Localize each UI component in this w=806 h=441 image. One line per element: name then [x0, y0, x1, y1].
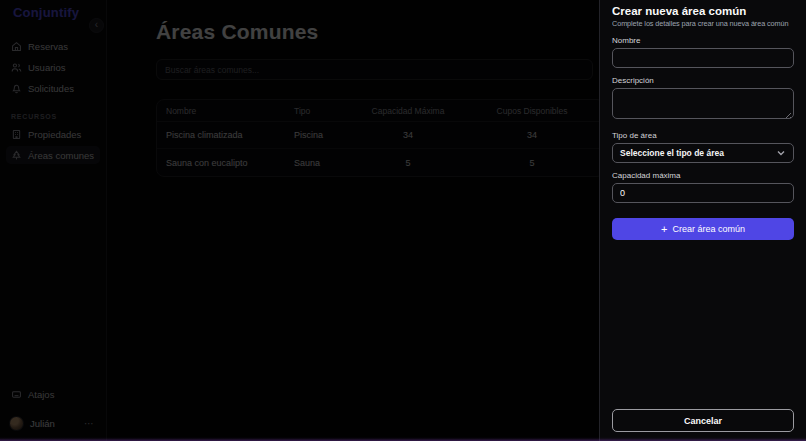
create-area-button[interactable]: + Crear área común	[612, 218, 794, 240]
modal-overlay[interactable]	[0, 0, 599, 441]
drawer-subtitle: Complete los detalles para crear una nue…	[612, 19, 794, 28]
nombre-input[interactable]	[612, 48, 794, 68]
descripcion-label: Descripción	[612, 76, 794, 85]
tipo-label: Tipo de área	[612, 131, 794, 140]
capacidad-input[interactable]	[612, 183, 794, 203]
capacidad-label: Capacidad máxima	[612, 171, 794, 180]
drawer-title: Crear nueva área común	[612, 5, 794, 17]
descripcion-textarea[interactable]	[612, 88, 794, 119]
create-area-button-label: Crear área común	[672, 224, 745, 234]
create-area-drawer: Crear nueva área común Complete los deta…	[599, 0, 806, 441]
tipo-select-value: Seleccione el tipo de área	[620, 148, 724, 158]
chevron-down-icon	[776, 148, 786, 158]
app-root: Conjuntify ‹ Reservas Usuarios S	[0, 0, 806, 441]
tipo-select[interactable]: Seleccione el tipo de área	[612, 143, 794, 163]
plus-icon: +	[661, 224, 667, 235]
cancel-button[interactable]: Cancelar	[612, 409, 794, 432]
descripcion-field-wrap	[612, 85, 794, 123]
nombre-label: Nombre	[612, 36, 794, 45]
